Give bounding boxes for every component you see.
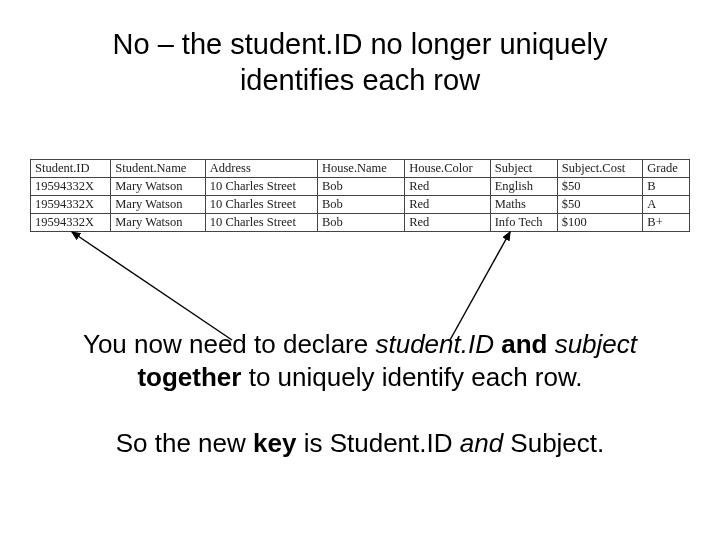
cell: 10 Charles Street: [205, 177, 317, 195]
text-italic: subject: [555, 329, 637, 359]
col-student-id: Student.ID: [31, 159, 111, 177]
cell: Red: [405, 177, 491, 195]
text-italic: student.ID: [375, 329, 501, 359]
cell: Bob: [317, 177, 404, 195]
cell: 10 Charles Street: [205, 195, 317, 213]
col-student-name: Student.Name: [111, 159, 206, 177]
cell: 19594332X: [31, 195, 111, 213]
table-row: 19594332X Mary Watson 10 Charles Street …: [31, 213, 690, 231]
cell: Mary Watson: [111, 195, 206, 213]
cell: $50: [557, 195, 643, 213]
text-bold: key: [253, 428, 304, 458]
text-bold: together: [137, 362, 248, 392]
page-title: No – the student.ID no longer uniquely i…: [0, 0, 720, 115]
cell: Maths: [490, 195, 557, 213]
cell: Bob: [317, 213, 404, 231]
col-subject: Subject: [490, 159, 557, 177]
data-table: Student.ID Student.Name Address House.Na…: [30, 159, 690, 232]
col-address: Address: [205, 159, 317, 177]
table-row: 19594332X Mary Watson 10 Charles Street …: [31, 177, 690, 195]
cell: Bob: [317, 195, 404, 213]
table-row: 19594332X Mary Watson 10 Charles Street …: [31, 195, 690, 213]
cell: Mary Watson: [111, 213, 206, 231]
table-container: Student.ID Student.Name Address House.Na…: [0, 115, 720, 232]
cell: 19594332X: [31, 177, 111, 195]
cell: Red: [405, 195, 491, 213]
text: You now need to declare: [83, 329, 376, 359]
cell: Mary Watson: [111, 177, 206, 195]
cell: 19594332X: [31, 213, 111, 231]
cell: English: [490, 177, 557, 195]
text-italic: and: [460, 428, 511, 458]
text: Subject.: [510, 428, 604, 458]
table-header-row: Student.ID Student.Name Address House.Na…: [31, 159, 690, 177]
text: So the new: [116, 428, 253, 458]
cell: $100: [557, 213, 643, 231]
col-subject-cost: Subject.Cost: [557, 159, 643, 177]
cell: $50: [557, 177, 643, 195]
text: to uniquely identify each row.: [249, 362, 583, 392]
cell: B: [643, 177, 690, 195]
cell: 10 Charles Street: [205, 213, 317, 231]
cell: Info Tech: [490, 213, 557, 231]
col-house-color: House.Color: [405, 159, 491, 177]
cell: B+: [643, 213, 690, 231]
cell: A: [643, 195, 690, 213]
explanation-paragraph-2: So the new key is Student.ID and Subject…: [0, 395, 720, 461]
col-grade: Grade: [643, 159, 690, 177]
col-house-name: House.Name: [317, 159, 404, 177]
text-bold: and: [501, 329, 554, 359]
explanation-paragraph-1: You now need to declare student.ID and s…: [0, 232, 720, 396]
cell: Red: [405, 213, 491, 231]
text: is Student.ID: [304, 428, 460, 458]
